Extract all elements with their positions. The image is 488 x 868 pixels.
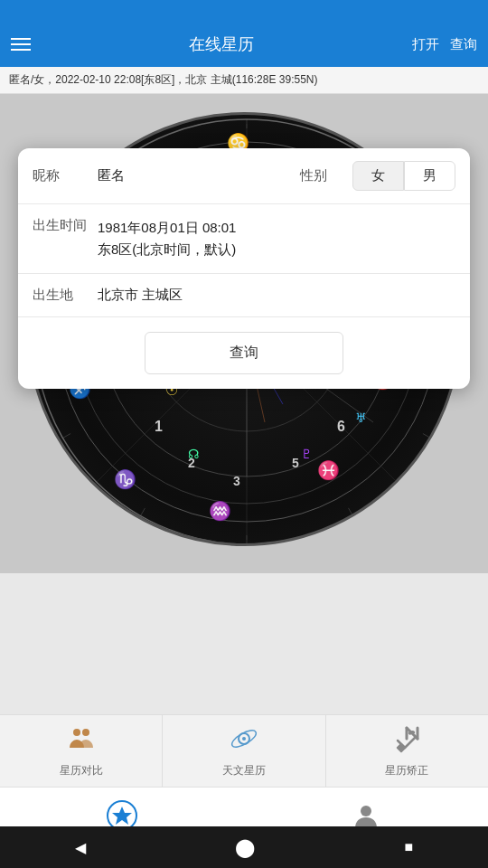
tab-astro-label: 天文星历 — [222, 763, 266, 778]
tab-correct[interactable]: 星历矫正 — [326, 715, 488, 787]
tab-correct-label: 星历矫正 — [385, 763, 428, 778]
compare-icon — [67, 724, 96, 760]
tab-astro[interactable]: 天文星历 — [163, 715, 325, 787]
svg-point-74 — [361, 806, 371, 816]
home-button[interactable]: ⬤ — [228, 829, 262, 865]
nickname-row: 昵称 匿名 性别 女 男 — [18, 148, 470, 204]
menu-button[interactable] — [11, 38, 31, 51]
svg-line-10 — [423, 434, 431, 439]
svg-text:1: 1 — [155, 419, 163, 434]
birthtime-label: 出生时间 — [33, 217, 98, 234]
birthtime-value[interactable]: 1981年08月01日 08:01 东8区(北京时间，默认) — [98, 217, 455, 260]
svg-marker-73 — [112, 807, 132, 825]
svg-rect-71 — [397, 742, 407, 752]
info-text: 匿名/女，2022-02-10 22:08[东8区]，北京 主城(116:28E… — [9, 73, 317, 86]
birthtime-zone: 东8区(北京时间，默认) — [98, 239, 455, 260]
birthtime-row: 出生时间 1981年08月01日 08:01 东8区(北京时间，默认) — [18, 204, 470, 274]
query-button-row: 查询 — [18, 317, 470, 389]
chart-area: ♋ ♊ ♉ ♈ ♓ ♒ ♑ ♐ ♏ ♎ ♍ — [0, 94, 488, 573]
birthplace-row: 出生地 北京市 主城区 — [18, 274, 470, 317]
svg-text:2: 2 — [188, 456, 195, 470]
svg-point-67 — [242, 737, 246, 741]
svg-text:♒: ♒ — [209, 500, 231, 522]
svg-text:♓: ♓ — [317, 459, 340, 481]
birthplace-value[interactable]: 北京市 主城区 — [98, 287, 455, 304]
top-navigation: 在线星历 打开 查询 — [0, 22, 488, 67]
gender-male-button[interactable]: 男 — [404, 161, 455, 191]
svg-text:3: 3 — [233, 474, 240, 488]
feature-tabs: 星历对比 天文星历 星历矫正 — [0, 714, 488, 787]
svg-text:6: 6 — [337, 419, 345, 434]
svg-line-14 — [62, 434, 70, 439]
nickname-label: 昵称 — [33, 167, 98, 184]
system-nav-bar: ◀ ⬤ ■ — [0, 826, 488, 868]
astro-icon — [230, 724, 258, 760]
info-bar: 匿名/女，2022-02-10 22:08[东8区]，北京 主城(116:28E… — [0, 67, 488, 94]
status-bar — [0, 0, 488, 22]
gender-female-button[interactable]: 女 — [352, 161, 404, 191]
query-button[interactable]: 查询 — [450, 36, 477, 53]
nickname-value: 匿名 — [98, 167, 300, 184]
svg-line-13 — [141, 508, 145, 516]
correct-icon — [392, 724, 421, 760]
svg-text:♑: ♑ — [114, 468, 136, 490]
query-dialog: 昵称 匿名 性别 女 男 出生时间 1981年08月01日 08:01 东8区(… — [18, 148, 470, 389]
svg-line-11 — [349, 508, 353, 516]
svg-text:5: 5 — [292, 456, 299, 470]
gender-group: 女 男 — [352, 161, 455, 191]
dialog-query-button[interactable]: 查询 — [145, 332, 343, 374]
tab-compare[interactable]: 星历对比 — [0, 715, 163, 787]
birthplace-label: 出生地 — [33, 287, 98, 304]
recent-button[interactable]: ■ — [398, 832, 421, 863]
svg-point-64 — [82, 729, 89, 736]
back-button[interactable]: ◀ — [68, 832, 93, 863]
svg-text:♇: ♇ — [301, 447, 313, 461]
svg-text:♅: ♅ — [355, 410, 367, 425]
nav-title: 在线星历 — [31, 33, 412, 55]
svg-point-63 — [73, 729, 80, 736]
tab-compare-label: 星历对比 — [60, 763, 103, 778]
open-button[interactable]: 打开 — [412, 36, 439, 53]
birthtime-date: 1981年08月01日 08:01 — [98, 217, 455, 239]
nav-actions: 打开 查询 — [412, 36, 477, 53]
gender-label: 性别 — [300, 167, 327, 184]
